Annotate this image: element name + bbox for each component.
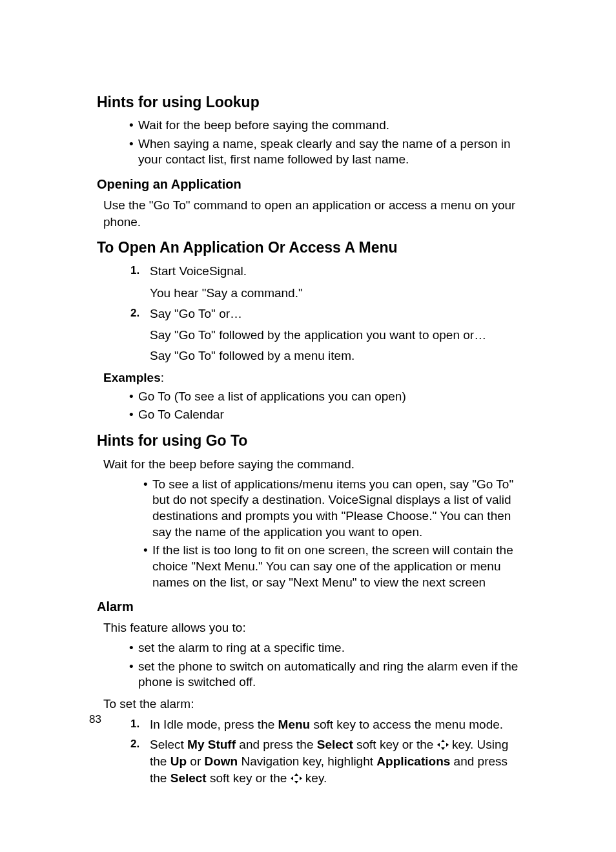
step-number: 2. <box>130 737 139 752</box>
heading-hints-goto: Hints for using Go To <box>97 432 519 450</box>
sub-step-text: Say "Go To" followed by a menu item. <box>150 348 519 364</box>
list-item: If the list is too long to fit on one sc… <box>143 543 519 590</box>
mystuff-keyword: My Stuff <box>187 738 236 751</box>
step-number: 2. <box>130 306 139 321</box>
list-item: Go To (To see a list of applications you… <box>129 389 519 405</box>
svg-marker-0 <box>441 740 445 742</box>
opening-text: Use the "Go To" command to open an appli… <box>103 197 519 230</box>
step-text-part: or <box>187 754 204 768</box>
sub-step-text: You hear "Say a command." <box>150 285 519 302</box>
goto-intro: Wait for the beep before saying the comm… <box>103 456 519 473</box>
step-number: 1. <box>130 264 139 278</box>
step-text: Start VoiceSignal. <box>150 264 247 278</box>
select-keyword: Select <box>317 738 353 751</box>
open-app-steps-2: 2. Say "Go To" or… <box>130 306 519 322</box>
list-item: 1. Start VoiceSignal. <box>130 263 519 280</box>
step-text-part: key. <box>302 771 327 785</box>
lookup-hints-list: Wait for the beep before saying the comm… <box>129 118 519 168</box>
heading-opening-application: Opening an Application <box>97 177 519 192</box>
heading-open-app-menu: To Open An Application Or Access A Menu <box>97 239 519 256</box>
list-item: Go To Calendar <box>129 407 519 423</box>
nav-key-icon <box>437 740 449 750</box>
examples-label: Examples: <box>103 371 519 385</box>
heading-hints-lookup: Hints for using Lookup <box>97 94 519 111</box>
alarm-intro: This feature allows you to: <box>103 619 519 636</box>
svg-marker-4 <box>294 773 298 776</box>
applications-keyword: Applications <box>376 754 450 768</box>
to-set-alarm: To set the alarm: <box>103 696 519 712</box>
list-item: 2. Say "Go To" or… <box>130 306 519 322</box>
examples-bold: Examples <box>103 371 161 384</box>
page-content: Hints for using Lookup Wait for the beep… <box>0 0 616 786</box>
heading-alarm: Alarm <box>97 599 519 614</box>
step-text-part: Select <box>150 738 187 751</box>
sub-step-text: Say "Go To" followed by the application … <box>150 327 519 344</box>
open-app-steps: 1. Start VoiceSignal. <box>130 263 519 280</box>
list-item: To see a list of applications/menu items… <box>143 477 519 541</box>
list-item: Wait for the beep before saying the comm… <box>129 118 519 134</box>
svg-marker-6 <box>291 776 293 780</box>
step-text-part: Navigation key, highlight <box>238 754 376 768</box>
list-item: 2. Select My Stuff and press the Select … <box>130 736 519 786</box>
alarm-steps: 1. In Idle mode, press the Menu soft key… <box>130 716 519 787</box>
step-text-part: soft key to access the menu mode. <box>310 718 503 731</box>
examples-list: Go To (To see a list of applications you… <box>129 389 519 423</box>
svg-marker-2 <box>437 743 440 747</box>
page-number: 83 <box>89 713 101 726</box>
alarm-bullets: set the alarm to ring at a specific time… <box>129 640 519 691</box>
select-keyword: Select <box>170 771 207 785</box>
list-item: set the phone to switch on automatically… <box>129 659 519 691</box>
down-keyword: Down <box>204 754 238 768</box>
list-item: When saying a name, speak clearly and sa… <box>129 136 519 168</box>
step-text-part: soft key or the <box>207 771 291 785</box>
step-text-part: soft key or the <box>353 738 437 751</box>
up-keyword: Up <box>170 754 187 768</box>
step-text-part: and press the <box>236 738 317 751</box>
step-number: 1. <box>130 717 139 732</box>
step-text-part: In Idle mode, press the <box>150 718 278 731</box>
svg-marker-1 <box>441 747 445 750</box>
menu-keyword: Menu <box>278 718 311 731</box>
goto-hints-list: To see a list of applications/menu items… <box>143 477 519 591</box>
list-item: 1. In Idle mode, press the Menu soft key… <box>130 716 519 733</box>
list-item: set the alarm to ring at a specific time… <box>129 640 519 656</box>
nav-key-icon <box>291 773 302 784</box>
svg-marker-5 <box>294 781 298 784</box>
step-text: Say "Go To" or… <box>150 307 242 320</box>
examples-colon: : <box>161 371 164 384</box>
